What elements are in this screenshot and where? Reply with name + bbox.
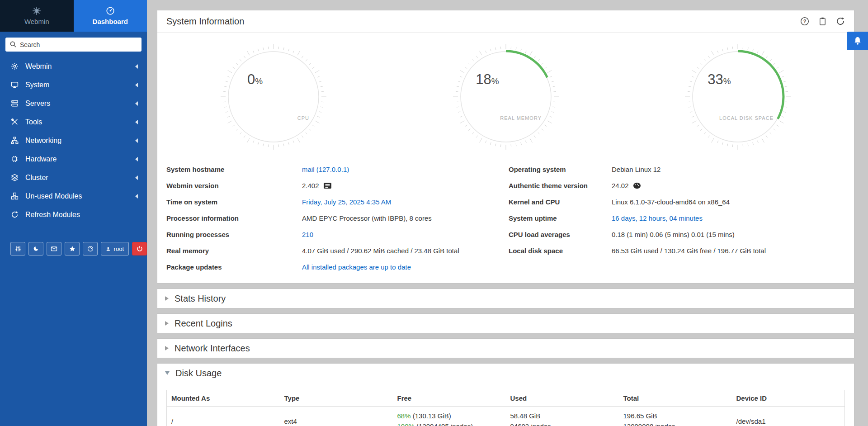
collapsed-arrow-icon bbox=[165, 346, 169, 350]
info-row-package-updates: Package updates All installed packages a… bbox=[166, 259, 509, 275]
operating-system-value: Debian Linux 12 bbox=[612, 166, 660, 173]
copy-button[interactable] bbox=[818, 17, 827, 26]
page-title: System Information bbox=[166, 16, 244, 27]
hostname-link[interactable]: mail (127.0.0.1) bbox=[302, 166, 349, 173]
column-header: Device ID bbox=[732, 390, 845, 407]
network-icon bbox=[11, 137, 19, 144]
info-row-hostname: System hostname mail (127.0.0.1) bbox=[166, 161, 509, 177]
svg-text:LOCAL DISK SPACE: LOCAL DISK SPACE bbox=[719, 115, 774, 121]
notifications-toggle[interactable] bbox=[847, 32, 868, 50]
recent-logins-toggle[interactable]: Recent Logins bbox=[157, 314, 854, 333]
tab-dashboard-label: Dashboard bbox=[93, 18, 128, 25]
info-row-theme-version: Authentic theme version 24.02 bbox=[509, 177, 845, 194]
info-label: Operating system bbox=[509, 166, 612, 173]
user-root-button[interactable]: root bbox=[101, 242, 129, 256]
tab-webmin[interactable]: Webmin bbox=[0, 0, 74, 32]
stats-history-toggle[interactable]: Stats History bbox=[157, 289, 854, 308]
package-icon bbox=[323, 182, 332, 189]
system-information-panel: System Information ? bbox=[157, 10, 854, 284]
disk-usage-body: Mounted As Type Free Used Total Device I… bbox=[157, 383, 854, 426]
star-icon bbox=[69, 246, 75, 252]
sidebar-item-cluster[interactable]: Cluster bbox=[0, 168, 147, 187]
time-on-system-link[interactable]: Friday, July 25, 2025 4:35 AM bbox=[302, 198, 391, 206]
sidebar-item-label: Tools bbox=[25, 118, 128, 126]
refresh-button[interactable] bbox=[836, 17, 845, 26]
network-interfaces-toggle[interactable]: Network Interfaces bbox=[157, 339, 854, 358]
info-label: System hostname bbox=[166, 166, 302, 173]
sidebar-footer: root bbox=[0, 242, 147, 256]
sidebar-item-label: Refresh Modules bbox=[25, 211, 138, 219]
sidebar-item-refresh-modules[interactable]: Refresh Modules bbox=[0, 205, 147, 224]
disk-usage-toggle[interactable]: Disk Usage bbox=[157, 364, 854, 383]
free-percent-link[interactable]: 68% bbox=[397, 412, 411, 420]
real-memory-gauge: 18% REAL MEMORY bbox=[452, 43, 560, 151]
svg-text:REAL MEMORY: REAL MEMORY bbox=[500, 115, 542, 121]
tab-webmin-label: Webmin bbox=[24, 18, 49, 25]
search-icon bbox=[9, 41, 17, 48]
package-updates-link[interactable]: All installed packages are up to date bbox=[302, 263, 411, 271]
free-inodes-percent-link[interactable]: 100% bbox=[397, 422, 415, 426]
sidebar-item-hardware[interactable]: Hardware bbox=[0, 150, 147, 168]
info-label: Kernel and CPU bbox=[509, 198, 612, 206]
chevron-left-icon bbox=[135, 157, 138, 161]
sidebar-item-servers[interactable]: Servers bbox=[0, 94, 147, 113]
user-icon bbox=[106, 246, 111, 252]
collapsed-arrow-icon bbox=[165, 321, 169, 326]
night-mode-button[interactable] bbox=[28, 242, 43, 256]
chevron-left-icon bbox=[135, 101, 138, 106]
info-row-operating-system: Operating system Debian Linux 12 bbox=[509, 161, 845, 177]
cpu-gauge: 0% CPU bbox=[219, 43, 328, 151]
mail-button[interactable] bbox=[47, 242, 61, 256]
sidebar-tabs: Webmin Dashboard bbox=[0, 0, 147, 32]
disk-usage-panel: Disk Usage Mounted As Type Free Used Tot… bbox=[157, 363, 854, 426]
panel-title: Stats History bbox=[175, 293, 226, 304]
chip-icon bbox=[11, 155, 19, 163]
type-cell: ext4 bbox=[280, 407, 393, 426]
theme-changelog-button[interactable] bbox=[633, 182, 641, 189]
processor-value: AMD EPYC Processor (with IBPB), 8 cores bbox=[302, 214, 432, 222]
tab-dashboard[interactable]: Dashboard bbox=[74, 0, 147, 32]
chevron-left-icon bbox=[135, 175, 138, 180]
bell-icon bbox=[853, 36, 863, 46]
info-row-real-memory: Real memory 4.07 GiB used / 290.62 MiB c… bbox=[166, 242, 509, 259]
sidebar-item-tools[interactable]: Tools bbox=[0, 113, 147, 131]
webmin-changelog-button[interactable] bbox=[323, 182, 332, 189]
sidebar-search bbox=[5, 38, 142, 52]
free-size-value: (130.13 GiB) bbox=[413, 412, 451, 420]
svg-text:33%: 33% bbox=[708, 71, 731, 87]
mail-icon bbox=[51, 246, 57, 252]
info-row-processor: Processor information AMD EPYC Processor… bbox=[166, 210, 509, 226]
chevron-left-icon bbox=[135, 83, 138, 87]
network-interfaces-panel: Network Interfaces bbox=[157, 338, 854, 358]
server-icon bbox=[11, 99, 19, 107]
logout-button[interactable] bbox=[132, 242, 147, 256]
svg-text:CPU: CPU bbox=[297, 115, 309, 121]
main-content: System Information ? bbox=[147, 0, 868, 426]
clipboard-icon bbox=[818, 17, 827, 26]
help-button[interactable]: ? bbox=[800, 17, 809, 26]
theme-palette-button[interactable] bbox=[83, 242, 98, 256]
info-row-running-processes: Running processes 210 bbox=[166, 226, 509, 242]
info-column-right: Operating system Debian Linux 12 Authent… bbox=[509, 161, 845, 275]
favorites-button[interactable] bbox=[65, 242, 80, 256]
memory-gauge-cell: 18% REAL MEMORY bbox=[390, 43, 622, 151]
local-disk-space-gauge: 33% LOCAL DISK SPACE bbox=[684, 43, 792, 151]
info-label: Processor information bbox=[166, 214, 302, 222]
info-row-kernel-cpu: Kernel and CPU Linux 6.1.0-37-cloud-amd6… bbox=[509, 194, 845, 210]
uptime-link[interactable]: 16 days, 12 hours, 04 minutes bbox=[612, 214, 703, 222]
info-row-webmin-version: Webmin version 2.402 bbox=[166, 177, 509, 194]
info-label: Authentic theme version bbox=[509, 182, 612, 189]
info-row-load-averages: CPU load averages 0.18 (1 min) 0.06 (5 m… bbox=[509, 226, 845, 242]
sliders-button[interactable] bbox=[10, 242, 25, 256]
sidebar-item-system[interactable]: System bbox=[0, 76, 147, 94]
monitor-icon bbox=[11, 81, 19, 89]
layers-icon bbox=[11, 174, 19, 181]
collapsed-arrow-icon bbox=[165, 296, 169, 301]
palette-icon bbox=[633, 182, 641, 189]
sidebar-item-webmin[interactable]: Webmin bbox=[0, 57, 147, 76]
power-icon bbox=[137, 246, 143, 252]
running-processes-link[interactable]: 210 bbox=[302, 231, 313, 238]
sidebar-item-networking[interactable]: Networking bbox=[0, 131, 147, 150]
search-input[interactable] bbox=[5, 38, 142, 52]
sidebar-item-unused-modules[interactable]: Un-used Modules bbox=[0, 187, 147, 205]
